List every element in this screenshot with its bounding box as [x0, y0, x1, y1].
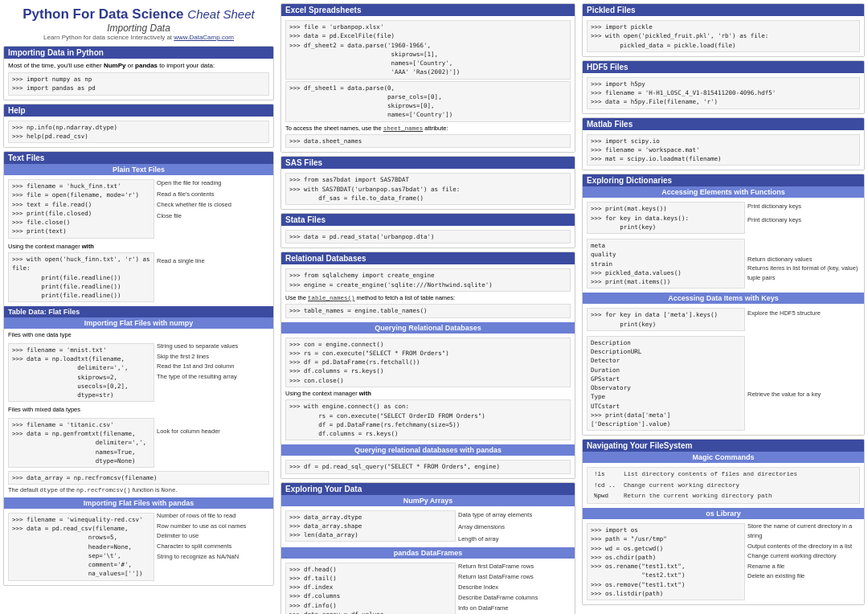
reldb-body: >>> from sqlalchemy import create_engine…: [281, 264, 575, 321]
keys-list-note: Retrieve the value for a key: [747, 334, 860, 433]
importing-python-header: Importing Data in Python: [4, 47, 273, 59]
importing-python-code: >>> import numpy as np >>> import pandas…: [8, 72, 269, 96]
excel-code3: >>> data.sheet_names: [285, 134, 571, 148]
mixed-dtype-code: >>> filename = 'titanic.csv' >>> data = …: [8, 418, 154, 468]
importing-python-section: Importing Data in Python Most of the tim…: [3, 46, 274, 100]
help-section: Help >>> np.info(np.ndarray.dtype) >>> h…: [3, 104, 274, 149]
one-dtype-label: Files with one data type: [8, 331, 269, 340]
help-header: Help: [4, 104, 273, 117]
excel-code2: >>> df_sheet1 = data.parse(0, parse_cols…: [285, 81, 571, 122]
pandas-flat-code: >>> filename = 'winequality-red.csv' >>>…: [8, 513, 154, 581]
stata-header: Stata Files: [281, 214, 575, 226]
plain-text-notes: Open the file for reading Read a file's …: [157, 178, 269, 240]
stata-code: >>> data = pd.read_stata('urbanpop.dta'): [285, 230, 571, 244]
stata-section: Stata Files >>> data = pd.read_stata('ur…: [280, 213, 575, 248]
help-body: >>> np.info(np.ndarray.dtype) >>> help(p…: [4, 117, 273, 148]
sas-code: >>> from sas7bdat import SAS7BDAT >>> wi…: [285, 173, 571, 205]
hdf5-code: >>> import h5py >>> filename = 'H-H1_LOS…: [587, 77, 860, 109]
magic-commands-body: !ls List directory contents of files and…: [583, 463, 864, 508]
exploring-section: Exploring Your Data NumPy Arrays >>> dat…: [280, 482, 575, 615]
matlab-header: Matlab Files: [583, 118, 864, 130]
header-subtitle: Importing Data: [3, 23, 274, 34]
recfromcsv-note: The default dtype of the np.recfromcsv()…: [8, 486, 269, 495]
pandas-flat-body: >>> filename = 'winequality-red.csv' >>>…: [4, 509, 273, 585]
header-link: Learn Python for data science Interactiv…: [3, 34, 274, 41]
hdf5-body: >>> import h5py >>> filename = 'H-H1_LOS…: [583, 73, 864, 113]
os-library-code: >>> import os >>> path = "/usr/tmp" >>> …: [587, 523, 745, 600]
context-code: >>> with open('huck_finn.txt', 'r') as f…: [8, 252, 154, 302]
dict-values-code: meta quality strain >>> pickled_data.val…: [587, 239, 745, 289]
matlab-section: Matlab Files >>> import scipy.io >>> fil…: [582, 117, 865, 171]
pickled-code: >>> import pickle >>> with open('pickled…: [587, 20, 860, 52]
header-url[interactable]: www.DataCamp.com: [174, 34, 234, 41]
plain-text-code: >>> filename = 'huck_finn.txt' >>> file …: [8, 178, 154, 240]
mixed-dtype-label: Files with mixed data types: [8, 406, 269, 415]
numpy-flat-subheader: Importing Flat Files with numpy: [4, 317, 273, 329]
pickled-body: >>> import pickle >>> with open('pickled…: [583, 16, 864, 56]
pandas-querying-code: >>> df = pd.read_sql_query("SELECT * FRO…: [285, 460, 571, 473]
access-functions-body: >>> print(mat.keys()) >>> for key in dat…: [583, 198, 864, 293]
magic-commands-code: !ls List directory contents of files and…: [587, 467, 860, 504]
reldb-header: Relational Databases: [281, 252, 575, 264]
context-manager-code: >>> with engine.connect() as con: rs = c…: [285, 399, 571, 440]
access-functions-notes: Print dictionary keys Print dictionary k…: [747, 200, 860, 235]
one-dtype-notes: String used to separate values Skip the …: [157, 342, 269, 404]
exploring-dicts-header: Exploring Dictionaries: [583, 174, 864, 186]
mixed-dtype-note: Look for column header: [157, 416, 269, 469]
pandas-flat-subheader: Importing Flat Files with pandas: [4, 497, 273, 509]
stata-body: >>> data = pd.read_stata('urbanpop.dta'): [281, 226, 575, 248]
context-label: Using the context manager with: [8, 243, 269, 252]
help-code: >>> np.info(np.ndarray.dtype) >>> help(p…: [8, 121, 269, 144]
access-functions-code: >>> print(mat.keys()) >>> for key in dat…: [587, 202, 745, 234]
title-italic: Cheat Sheet: [187, 7, 254, 21]
matlab-code: >>> import scipy.io >>> filename = 'work…: [587, 134, 860, 166]
sheet-names-text: To access the sheet names, use the sheet…: [285, 125, 571, 133]
exploring-header: Exploring Your Data: [281, 483, 575, 495]
dict-values-notes: Return dictionary values Returns items i…: [747, 237, 860, 290]
pandas-df-body: >>> df.head() >>> df.tail() >>> df.index…: [281, 559, 575, 615]
context-manager-label: Using the context manager with: [285, 390, 571, 399]
access-keys-subheader: Accessing Data Items with Keys: [583, 293, 864, 304]
table-names-text: Use the table_names() method to fetch a …: [285, 294, 571, 303]
sas-header: SAS Files: [281, 157, 575, 169]
access-keys-body: >>> for key in data ['meta'].keys() prin…: [583, 304, 864, 435]
pickled-section: Pickled Files >>> import pickle >>> with…: [582, 3, 865, 57]
numpy-arrays-body: >>> data_array.dtype >>> data_array.shap…: [281, 506, 575, 547]
sas-section: SAS Files >>> from sas7bdat import SAS7B…: [280, 156, 575, 210]
reldb-code2: >>> table_names = engine.table_names(): [285, 304, 571, 317]
pandas-df-notes: Return first DataFrame rows Return last …: [458, 561, 571, 615]
header-title: Python For Data Science Cheat Sheet: [3, 6, 274, 23]
keys-list-code: Description DescriptionURL Detector Dura…: [587, 336, 745, 432]
access-keys-code: >>> for key in data ['meta'].keys() prin…: [587, 308, 745, 331]
pickled-header: Pickled Files: [583, 4, 864, 16]
filesystem-section: Navigating Your FileSystem Magic Command…: [582, 439, 865, 605]
querying-code: >>> con = engine.connect() >>> rs = con.…: [285, 338, 571, 387]
os-library-notes: Store the name of current directory in a…: [747, 522, 860, 602]
sas-body: >>> from sas7bdat import SAS7BDAT >>> wi…: [281, 169, 575, 209]
matlab-body: >>> import scipy.io >>> filename = 'work…: [583, 130, 864, 170]
plain-text-subheader: Plain Text Files: [4, 164, 273, 175]
header: Python For Data Science Cheat Sheet Impo…: [3, 3, 274, 43]
importing-python-body: Most of the time, you'll use either NumP…: [4, 59, 273, 100]
text-files-header: Text Files: [4, 152, 273, 164]
importing-python-text: Most of the time, you'll use either NumP…: [8, 61, 269, 70]
numpy-arrays-subheader: NumPy Arrays: [281, 495, 575, 506]
excel-header: Excel Spreadsheets: [281, 4, 575, 16]
querying-subheader: Querying Relational Databases: [281, 322, 575, 334]
hdf5-header: HDF5 Files: [583, 61, 864, 73]
flat-files-header: Table Data: Flat Files: [4, 306, 273, 317]
text-files-section: Text Files Plain Text Files >>> filename…: [3, 151, 274, 586]
plain-text-code-row: >>> filename = 'huck_finn.txt' >>> file …: [8, 178, 269, 240]
pandas-querying-subheader: Querying relational databases with panda…: [281, 444, 575, 456]
pandas-df-code: >>> df.head() >>> df.tail() >>> df.index…: [285, 563, 456, 615]
excel-code1: >>> file = 'urbanpop.xlsx' >>> data = pd…: [285, 20, 571, 80]
title-bold: Python For Data Science: [23, 6, 183, 22]
excel-section: Excel Spreadsheets >>> file = 'urbanpop.…: [280, 3, 575, 153]
recfromcsv-code: >>> data_array = np.recfromcsv(filename): [8, 471, 269, 485]
access-keys-note: Explore the HDF5 structure: [747, 306, 860, 333]
numpy-arrays-notes: Data type of array elements Array dimens…: [458, 509, 571, 545]
os-library-subheader: os Library: [583, 508, 864, 519]
magic-commands-subheader: Magic Commands: [583, 452, 864, 463]
pandas-querying-body: >>> df = pd.read_sql_query("SELECT * FRO…: [281, 456, 575, 477]
reldb-code1: >>> from sqlalchemy import create_engine…: [285, 268, 571, 292]
